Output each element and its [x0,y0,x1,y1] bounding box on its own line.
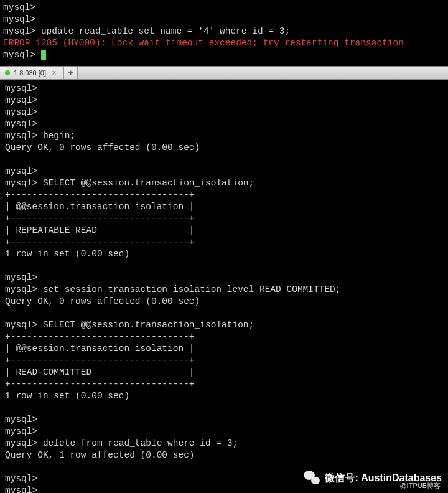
cursor-block-icon [41,50,46,60]
terminal-prompt-line: mysql> [3,49,445,61]
terminal-line: mysql> [5,95,445,106]
terminal-line: mysql> delete from read_table where id =… [5,438,445,449]
terminal-line: 1 row in set (0.00 sec) [5,248,445,260]
close-icon[interactable]: × [50,68,58,77]
terminal-line: mysql> update read_table set name = '4' … [3,26,445,37]
terminal-line: mysql> [5,426,445,438]
terminal-line: mysql> [5,166,445,177]
terminal-line: +---------------------------------+ [5,189,445,201]
terminal-line: | @@session.transaction_isolation | [5,343,445,355]
terminal-line [5,154,445,166]
terminal-line: mysql> [5,485,445,493]
terminal-line: | @@session.transaction_isolation | [5,201,445,213]
status-dot-icon [5,70,10,75]
terminal-line: +---------------------------------+ [5,331,445,343]
terminal-line: mysql> [3,2,445,14]
add-tab-button[interactable]: + [64,67,78,79]
terminal-line: Query OK, 0 rows affected (0.00 sec) [5,296,445,308]
tab-bar: 1 8.030 [0] × + [0,66,448,80]
terminal-line [5,402,445,414]
terminal-line: mysql> SELECT @@session.transaction_isol… [5,319,445,331]
terminal-line: +---------------------------------+ [5,237,445,248]
wechat-icon [304,469,320,486]
terminal-line: mysql> [5,414,445,426]
terminal-line: | REPEATABLE-READ | [5,225,445,237]
top-terminal-pane[interactable]: mysql>mysql>mysql> update read_table set… [0,0,448,66]
terminal-line: mysql> [5,272,445,284]
terminal-line [5,260,445,272]
watermark-sub: @ITPUB博客 [399,480,441,492]
terminal-line: Query OK, 0 rows affected (0.00 sec) [5,142,445,154]
terminal-line: | READ-COMMITTED | [5,367,445,378]
tab-session-1[interactable]: 1 8.030 [0] × [0,67,64,79]
bottom-terminal-pane[interactable]: mysql>mysql>mysql>mysql>mysql> begin;Que… [0,80,448,493]
terminal-line: mysql> [5,83,445,95]
terminal-line: mysql> [5,106,445,118]
terminal-line: +---------------------------------+ [5,378,445,390]
terminal-line: ERROR 1205 (HY000): Lock wait timeout ex… [3,37,445,49]
terminal-line: mysql> [5,118,445,130]
terminal-line: 1 row in set (0.00 sec) [5,390,445,402]
terminal-line: +---------------------------------+ [5,355,445,367]
terminal-line: Query OK, 1 row affected (0.00 sec) [5,449,445,461]
terminal-line: mysql> SELECT @@session.transaction_isol… [5,177,445,189]
terminal-line: mysql> begin; [5,130,445,142]
terminal-line: mysql> set session transaction isolation… [5,284,445,296]
terminal-line: mysql> [3,14,445,26]
tab-label: 1 8.030 [0] [14,67,46,79]
terminal-line [5,308,445,319]
terminal-line: +---------------------------------+ [5,213,445,225]
